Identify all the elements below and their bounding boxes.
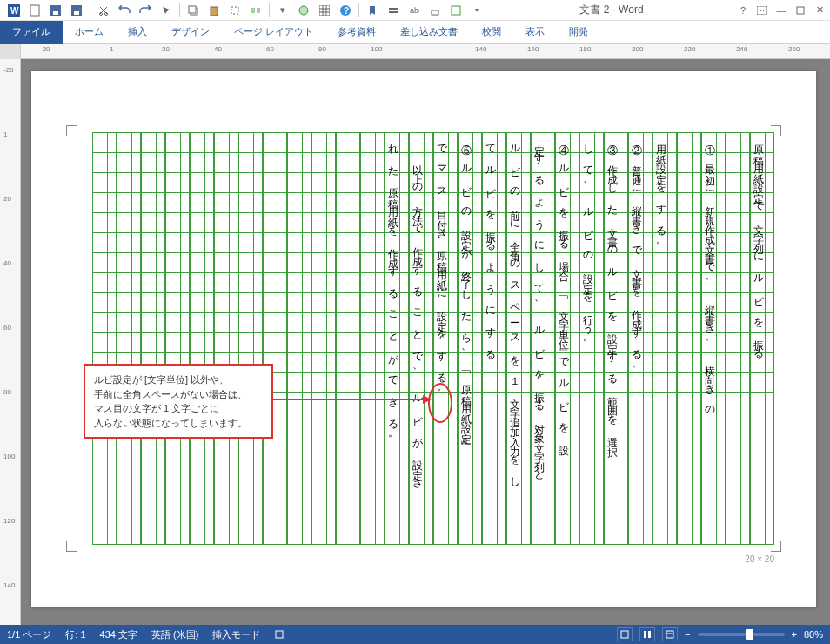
macro-icon[interactable] (274, 629, 284, 640)
tab-home[interactable]: ホーム (63, 21, 116, 44)
svg-rect-11 (211, 7, 218, 16)
grid-icon[interactable] (317, 3, 332, 18)
tab-developer[interactable]: 開発 (557, 21, 600, 44)
ruler-tick: 40 (3, 259, 11, 267)
help-icon[interactable]: ? (338, 3, 353, 18)
svg-text:?: ? (344, 6, 349, 16)
column-text: れた原稿用紙を作成することができる。 (382, 137, 402, 453)
status-line[interactable]: 行: 1 (65, 628, 85, 641)
spell-icon[interactable]: abc (406, 3, 422, 18)
bullets-icon[interactable]: ▾ (275, 3, 291, 18)
genkou-column: 以上の方法で作成することで、ルビが設定さ (409, 132, 433, 545)
genkou-column: てルビを振るようにする (482, 132, 506, 545)
svg-rect-26 (276, 631, 283, 638)
callout-line: 手前に全角スペースがない場合は、 (94, 387, 263, 402)
close-button[interactable]: ✕ (813, 3, 827, 17)
ruler-tick: 60 (3, 324, 11, 332)
zoom-thumb[interactable] (746, 629, 753, 640)
tab-view[interactable]: 表示 (513, 21, 557, 44)
ruler-tick: 240 (736, 45, 747, 53)
tab-references[interactable]: 参考資料 (325, 21, 388, 44)
callout-line: ルビ設定が [文字単位] 以外や、 (94, 372, 263, 387)
status-chars[interactable]: 434 文字 (100, 628, 137, 641)
tab-insert[interactable]: 挿入 (116, 21, 159, 44)
select-icon[interactable] (158, 3, 174, 18)
shape-circle-icon[interactable] (296, 3, 311, 18)
help-button[interactable]: ? (736, 3, 750, 17)
status-language[interactable]: 英語 (米国) (151, 628, 198, 641)
new-doc-icon[interactable] (27, 3, 43, 18)
view-print-layout-icon[interactable] (617, 627, 633, 641)
ruler-tick: -20 (40, 45, 50, 53)
undo-icon[interactable] (117, 3, 132, 18)
column-text: ③作成した文書のルビを設定する範囲を選択 (601, 137, 621, 448)
annotation-circle (428, 383, 452, 423)
ruler-tick: 220 (684, 45, 695, 53)
grid-dimensions: 20 × 20 (745, 554, 774, 564)
document-canvas[interactable]: 原稿用紙設定で文字列にルビを振る①最初に新規作成文書で、縦書き、横向きの用紙設定… (21, 59, 830, 627)
genkou-column (165, 132, 190, 545)
genkou-column (360, 132, 385, 545)
vertical-ruler[interactable]: -20 1 20 40 60 80 100 120 140 (0, 59, 21, 627)
genkou-column (190, 132, 214, 545)
tab-file[interactable]: ファイル (0, 21, 63, 44)
view-web-layout-icon[interactable] (662, 627, 678, 641)
column-text: ルビの前に全角のスペースを１文字追加入力をし (504, 137, 524, 491)
customize-dropdown-icon[interactable]: ▾ (469, 3, 485, 18)
save-icon[interactable] (48, 3, 64, 18)
svg-rect-28 (644, 631, 646, 638)
horizontal-ruler[interactable]: -20 1 20 40 60 80 100 140 160 180 200 22… (0, 44, 830, 59)
save-as-icon[interactable] (69, 3, 84, 18)
options-icon[interactable] (448, 3, 464, 18)
genkou-column (238, 132, 263, 545)
genkou-column (287, 132, 311, 545)
bookmark-icon[interactable] (365, 3, 380, 18)
column-text: ①最初に新規作成文書で、縦書き、横向きの (699, 137, 719, 420)
column-text: ②普通に縦書きで文書を作成する。 (626, 137, 646, 384)
ribbon-toggle-icon[interactable] (755, 3, 769, 17)
genkou-column (214, 132, 238, 545)
redo-icon[interactable] (137, 3, 153, 18)
maximize-button[interactable] (793, 3, 807, 17)
page[interactable]: 原稿用紙設定で文字列にルビを振る①最初に新規作成文書で、縦書き、横向きの用紙設定… (31, 71, 816, 607)
column-text: して、ルビの設定を行う。 (577, 137, 597, 358)
genkou-grid: 原稿用紙設定で文字列にルビを振る①最初に新規作成文書で、縦書き、横向きの用紙設定… (73, 132, 774, 545)
view-read-mode-icon[interactable] (639, 627, 655, 641)
svg-rect-12 (231, 7, 238, 14)
merge-icon[interactable] (248, 3, 264, 18)
ruler-tick: 120 (3, 517, 15, 525)
column-text: 原稿用紙設定で文字列にルビを振る (747, 137, 767, 363)
annotation-callout: ルビ設定が [文字単位] 以外や、 手前に全角スペースがない場合は、 マス目の文… (84, 364, 273, 439)
styles-icon[interactable] (385, 3, 401, 18)
status-mode[interactable]: 挿入モード (212, 628, 260, 641)
ruler-tick: 1 (3, 131, 7, 138)
status-page[interactable]: 1/1 ページ (7, 628, 51, 641)
svg-rect-23 (452, 6, 460, 15)
format-icon[interactable] (227, 3, 243, 18)
zoom-in-button[interactable]: + (792, 629, 797, 640)
svg-text:W: W (10, 6, 19, 16)
ruler-tick: 20 (162, 45, 170, 53)
copy-icon[interactable] (185, 3, 201, 18)
word-app-icon[interactable]: W (6, 3, 22, 18)
cut-icon[interactable] (96, 3, 111, 18)
column-text: てルビを振るようにする (479, 137, 499, 364)
tab-mailings[interactable]: 差し込み文書 (388, 21, 470, 44)
genkou-column (92, 132, 117, 545)
minimize-button[interactable]: — (774, 3, 788, 17)
svg-point-15 (299, 6, 308, 15)
ruler-tick: 180 (579, 45, 591, 53)
zoom-out-button[interactable]: − (685, 629, 690, 640)
svg-rect-29 (648, 631, 651, 638)
tab-layout[interactable]: ページ レイアウト (222, 21, 325, 44)
column-text: でマス目付き原稿用紙に設定をする。 (431, 137, 451, 407)
genkou-column: して、ルビの設定を行う。 (579, 132, 604, 545)
ruby-icon[interactable] (427, 3, 443, 18)
ruler-tick: 100 (371, 45, 382, 53)
zoom-level[interactable]: 80% (804, 629, 823, 640)
paste-icon[interactable] (206, 3, 222, 18)
tab-design[interactable]: デザイン (159, 21, 222, 44)
tab-review[interactable]: 校閲 (470, 21, 513, 44)
zoom-slider[interactable] (698, 633, 785, 636)
ruler-tick: 60 (266, 45, 274, 53)
